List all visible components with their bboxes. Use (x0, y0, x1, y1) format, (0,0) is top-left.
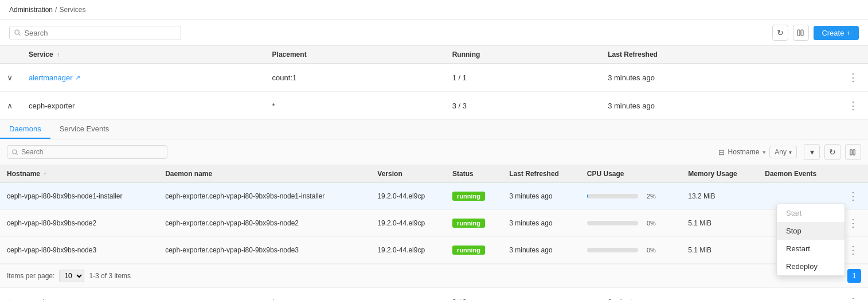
daemon-cpu-usage: 0% (580, 210, 681, 237)
running-cell: 3 / 3 (445, 288, 601, 301)
daemon-columns-button[interactable] (845, 144, 861, 160)
tab-daemons[interactable]: Daemons (0, 120, 50, 139)
daemon-memory-usage: 5.1 MiB (681, 237, 758, 264)
daemon-toolbar: ⊟ Hostname ▾ Any ▾ ▾↻ (0, 139, 868, 165)
daemon-action-button[interactable]: ⋮ (845, 188, 861, 204)
columns-icon (850, 149, 857, 156)
daemon-refresh-button[interactable]: ↻ (824, 144, 840, 160)
services-table-body: ∨alertmanager↗count:11 / 13 minutes ago⋮… (0, 64, 868, 301)
daemon-action-button[interactable]: ⋮ (845, 242, 861, 258)
daemon-tabs-bar: DaemonsService Events (0, 120, 868, 139)
expand-button[interactable]: ∨ (7, 297, 13, 300)
last-refreshed-cell: 3 minutes ago (601, 92, 838, 120)
daemon-last-refreshed: 3 minutes ago (502, 237, 580, 264)
th-running: Running (445, 46, 601, 64)
status-badge: running (452, 219, 485, 228)
daemon-last-refreshed: 3 minutes ago (502, 183, 580, 210)
service-name: ceph-exporter (29, 102, 75, 110)
per-page-dropdown[interactable]: 10 25 50 (59, 270, 84, 282)
external-link-icon: ↗ (75, 74, 80, 81)
th-daemon-status: Status (445, 165, 502, 183)
th-daemon-daemon_events: Daemon Events (758, 165, 838, 183)
service-action-button[interactable]: ⋮ (845, 98, 861, 114)
running-cell: 3 / 3 (445, 92, 601, 120)
daemon-status: running (445, 210, 502, 237)
service-action-button[interactable]: ⋮ (845, 294, 861, 300)
svg-rect-8 (853, 149, 855, 154)
daemon-last-refreshed: 3 minutes ago (502, 210, 580, 237)
refresh-button[interactable]: ↻ (772, 25, 788, 41)
svg-line-6 (16, 153, 17, 154)
context-menu-item-start: Start (777, 204, 844, 222)
columns-icon (797, 29, 805, 37)
th-daemon-memory_usage: Memory Usage (681, 165, 758, 183)
context-menu-item-redeploy[interactable]: Redeploy (777, 258, 844, 275)
top-search-input[interactable] (24, 29, 176, 37)
th-daemon-hostname: Hostname↑ (0, 165, 158, 183)
breadcrumb-admin[interactable]: Administration (9, 6, 53, 14)
daemon-memory-usage: 13.2 MiB (681, 183, 758, 210)
daemon-status: running (445, 183, 502, 210)
pagination-controls: 1 (847, 269, 861, 283)
daemon-row: ceph-vpap-i80-9bx9bs-node3ceph-exporter.… (0, 237, 868, 264)
daemon-table: Hostname↑Daemon nameVersionStatusLast Re… (0, 165, 868, 264)
sort-icon: ↑ (44, 170, 47, 177)
service-link[interactable]: alertmanager↗ (29, 73, 259, 82)
daemon-name: ceph-exporter.ceph-vpap-i80-9bx9bs-node3 (158, 237, 370, 264)
svg-rect-3 (801, 30, 803, 36)
context-menu-item-stop[interactable]: Stop (777, 222, 844, 240)
any-chevron-icon: ▾ (789, 149, 792, 155)
service-row: ∧ceph-exporter*3 / 33 minutes ago⋮ (0, 92, 868, 120)
daemon-row: ceph-vpap-i80-9bx9bs-node1-installerceph… (0, 183, 868, 210)
daemon-table-body: ceph-vpap-i80-9bx9bs-node1-installerceph… (0, 183, 868, 264)
service-action-button[interactable]: ⋮ (845, 69, 861, 85)
th-last-refreshed: Last Refreshed (601, 46, 838, 64)
filter-icon: ⊟ (718, 148, 725, 157)
search-icon (14, 29, 21, 36)
th-daemon-cpu_usage: CPU Usage (580, 165, 681, 183)
service-name: crash (29, 298, 47, 301)
breadcrumb-current: Services (59, 6, 85, 14)
cpu-label: 2% (642, 193, 656, 200)
services-table: Service ↑ Placement Running Last Refresh… (0, 46, 868, 300)
svg-line-1 (19, 34, 20, 35)
top-search-box (9, 26, 181, 40)
cpu-label: 0% (642, 220, 656, 227)
page-1-button[interactable]: 1 (847, 269, 861, 283)
tab-service_events[interactable]: Service Events (50, 120, 119, 139)
placement-cell: * (265, 288, 445, 301)
columns-button[interactable] (793, 25, 809, 41)
daemon-action-button[interactable]: ⋮ (845, 215, 861, 231)
th-placement: Placement (265, 46, 445, 64)
breadcrumb: Administration / Services (0, 0, 868, 20)
daemon-name: ceph-exporter.ceph-vpap-i80-9bx9bs-node2 (158, 210, 370, 237)
context-menu: StartStopRestartRedeploy (776, 204, 845, 276)
daemon-version: 19.2.0-44.el9cp (370, 210, 445, 237)
daemon-cpu-usage: 0% (580, 237, 681, 264)
any-select[interactable]: Any ▾ (769, 146, 797, 158)
pagination-row: Items per page: 10 25 50 1-3 of 3 items … (0, 264, 868, 287)
last-refreshed-cell: 3 minutes ago (601, 288, 838, 301)
daemon-search-input[interactable] (21, 148, 162, 156)
last-refreshed-cell: 3 minutes ago (601, 64, 838, 92)
status-badge: running (452, 192, 485, 201)
daemon-cpu-usage: 2% (580, 183, 681, 210)
daemon-name: ceph-exporter.ceph-vpap-i80-9bx9bs-node1… (158, 183, 370, 210)
daemon-hostname: ceph-vpap-i80-9bx9bs-node2 (0, 210, 158, 237)
svg-rect-7 (850, 149, 851, 154)
status-badge: running (452, 246, 485, 255)
expand-button[interactable]: ∨ (7, 73, 13, 82)
hostname-filter-label: Hostname (728, 148, 760, 156)
daemon-hostname: ceph-vpap-i80-9bx9bs-node3 (0, 237, 158, 264)
svg-point-5 (13, 150, 17, 154)
context-menu-item-restart[interactable]: Restart (777, 240, 844, 258)
daemon-expand-button[interactable]: ▾ (804, 144, 820, 160)
chevron-down-icon: ▾ (763, 149, 766, 156)
th-daemon-last_refreshed: Last Refreshed (502, 165, 580, 183)
expand-button[interactable]: ∧ (7, 101, 13, 110)
service-row: ∨alertmanager↗count:11 / 13 minutes ago⋮ (0, 64, 868, 92)
pagination-range: 1-3 of 3 items (89, 272, 131, 280)
items-per-page-label: Items per page: (7, 272, 54, 280)
daemon-hostname: ceph-vpap-i80-9bx9bs-node1-installer (0, 183, 158, 210)
create-button[interactable]: Create + (814, 26, 859, 40)
